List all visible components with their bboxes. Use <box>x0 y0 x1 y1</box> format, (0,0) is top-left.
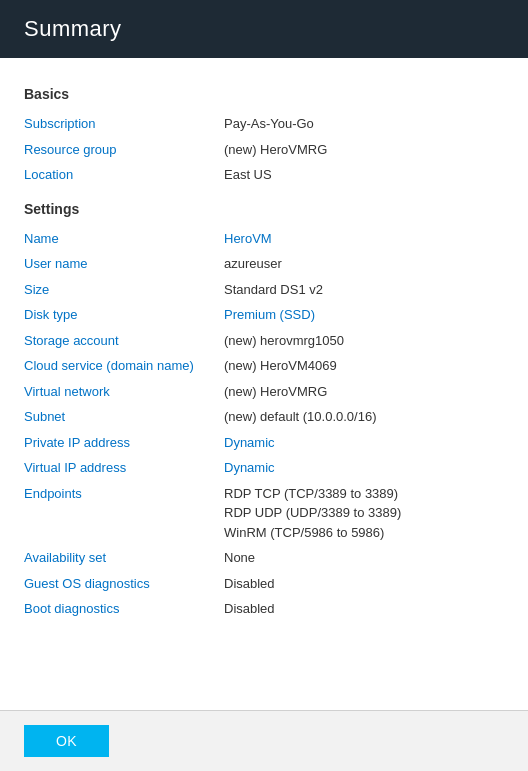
settings-section: Settings Name HeroVM User name azureuser… <box>24 201 504 619</box>
value-virtual-network: (new) HeroVMRG <box>224 382 504 402</box>
label-availability-set: Availability set <box>24 548 224 568</box>
page-header: Summary <box>0 0 528 58</box>
field-endpoints: Endpoints RDP TCP (TCP/3389 to 3389) RDP… <box>24 484 504 543</box>
content-area: Basics Subscription Pay-As-You-Go Resour… <box>0 58 528 710</box>
field-virtual-ip: Virtual IP address Dynamic <box>24 458 504 478</box>
page-footer: OK <box>0 710 528 771</box>
value-username: azureuser <box>224 254 504 274</box>
field-cloud-service: Cloud service (domain name) (new) HeroVM… <box>24 356 504 376</box>
value-private-ip: Dynamic <box>224 433 504 453</box>
value-size: Standard DS1 v2 <box>224 280 504 300</box>
label-location: Location <box>24 165 224 185</box>
label-private-ip: Private IP address <box>24 433 224 453</box>
value-virtual-ip: Dynamic <box>224 458 504 478</box>
field-resource-group: Resource group (new) HeroVMRG <box>24 140 504 160</box>
label-virtual-ip: Virtual IP address <box>24 458 224 478</box>
value-guest-os-diagnostics: Disabled <box>224 574 504 594</box>
basics-section-title: Basics <box>24 86 504 102</box>
label-disk-type: Disk type <box>24 305 224 325</box>
field-username: User name azureuser <box>24 254 504 274</box>
label-virtual-network: Virtual network <box>24 382 224 402</box>
label-cloud-service: Cloud service (domain name) <box>24 356 224 376</box>
label-size: Size <box>24 280 224 300</box>
basics-section: Basics Subscription Pay-As-You-Go Resour… <box>24 86 504 185</box>
field-location: Location East US <box>24 165 504 185</box>
value-location: East US <box>224 165 504 185</box>
field-virtual-network: Virtual network (new) HeroVMRG <box>24 382 504 402</box>
field-name: Name HeroVM <box>24 229 504 249</box>
value-disk-type: Premium (SSD) <box>224 305 504 325</box>
label-subscription: Subscription <box>24 114 224 134</box>
field-availability-set: Availability set None <box>24 548 504 568</box>
label-resource-group: Resource group <box>24 140 224 160</box>
endpoint-winrm: WinRM (TCP/5986 to 5986) <box>224 523 504 543</box>
field-storage-account: Storage account (new) herovmrg1050 <box>24 331 504 351</box>
label-username: User name <box>24 254 224 274</box>
label-guest-os-diagnostics: Guest OS diagnostics <box>24 574 224 594</box>
value-storage-account: (new) herovmrg1050 <box>224 331 504 351</box>
field-size: Size Standard DS1 v2 <box>24 280 504 300</box>
field-boot-diagnostics: Boot diagnostics Disabled <box>24 599 504 619</box>
value-availability-set: None <box>224 548 504 568</box>
field-disk-type: Disk type Premium (SSD) <box>24 305 504 325</box>
ok-button[interactable]: OK <box>24 725 109 757</box>
label-name: Name <box>24 229 224 249</box>
page-title: Summary <box>24 16 122 42</box>
value-endpoints: RDP TCP (TCP/3389 to 3389) RDP UDP (UDP/… <box>224 484 504 543</box>
value-boot-diagnostics: Disabled <box>224 599 504 619</box>
field-subscription: Subscription Pay-As-You-Go <box>24 114 504 134</box>
settings-section-title: Settings <box>24 201 504 217</box>
value-name: HeroVM <box>224 229 504 249</box>
label-subnet: Subnet <box>24 407 224 427</box>
endpoint-rdp-tcp: RDP TCP (TCP/3389 to 3389) <box>224 484 504 504</box>
label-storage-account: Storage account <box>24 331 224 351</box>
value-cloud-service: (new) HeroVM4069 <box>224 356 504 376</box>
field-private-ip: Private IP address Dynamic <box>24 433 504 453</box>
field-subnet: Subnet (new) default (10.0.0.0/16) <box>24 407 504 427</box>
endpoint-rdp-udp: RDP UDP (UDP/3389 to 3389) <box>224 503 504 523</box>
value-resource-group: (new) HeroVMRG <box>224 140 504 160</box>
value-subscription: Pay-As-You-Go <box>224 114 504 134</box>
label-endpoints: Endpoints <box>24 484 224 504</box>
value-subnet: (new) default (10.0.0.0/16) <box>224 407 504 427</box>
field-guest-os-diagnostics: Guest OS diagnostics Disabled <box>24 574 504 594</box>
label-boot-diagnostics: Boot diagnostics <box>24 599 224 619</box>
